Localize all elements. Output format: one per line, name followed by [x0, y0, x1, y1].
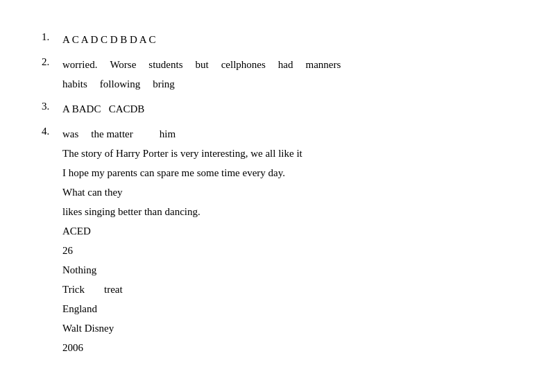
page-content: 1. A C A D C D B D A C 2. worried. Worse…	[0, 0, 555, 392]
list-item-3: 3. A BADC CACDB	[42, 101, 513, 120]
word: the matter	[91, 126, 133, 142]
list-item-2: 2. worried. Worse students but cellphone…	[42, 56, 513, 95]
item-4-line-6: ACED	[62, 223, 513, 239]
word: cellphones	[221, 56, 266, 73]
word: treat	[97, 281, 123, 298]
item-4-line-9: Trick treat	[62, 281, 513, 298]
item-content-4: was the matter him The story of Harry Po…	[62, 126, 513, 359]
list-item-1: 1. A C A D C D B D A C	[42, 31, 513, 51]
item-4-line-3: I hope my parents can spare me some time…	[62, 164, 513, 181]
item-number-1: 1.	[42, 31, 62, 43]
item-4-line-10: England	[62, 300, 513, 317]
item-4-line-5: likes singing better than dancing.	[62, 203, 513, 220]
word: Worse	[110, 56, 136, 73]
item-4-line-12: 2006	[62, 339, 513, 356]
item-2-line-1: worried. Worse students but cellphones h…	[62, 56, 513, 73]
word: manners	[306, 56, 341, 73]
word: Trick	[62, 281, 85, 298]
item-4-line-11: Walt Disney	[62, 320, 513, 336]
word: bring	[153, 76, 175, 92]
item-4-line-2: The story of Harry Porter is very intere…	[62, 145, 513, 162]
item-1-line-1: A C A D C D B D A C	[62, 31, 513, 48]
word: had	[278, 56, 293, 73]
item-content-3: A BADC CACDB	[62, 101, 513, 120]
item-3-line-1: A BADC CACDB	[62, 101, 513, 117]
word: him	[146, 126, 176, 142]
item-4-line-4: What can they	[62, 184, 513, 201]
item-number-3: 3.	[42, 101, 62, 112]
word: worried.	[62, 56, 97, 73]
item-number-4: 4.	[42, 126, 62, 137]
word: following	[100, 76, 140, 92]
word: habits	[62, 76, 87, 92]
item-4-line-7: 26	[62, 242, 513, 259]
word: but	[196, 56, 209, 73]
item-4-line-8: Nothing	[62, 262, 513, 278]
word: was	[62, 126, 78, 142]
list-item-4: 4. was the matter him The story of Harry…	[42, 126, 513, 359]
item-content-2: worried. Worse students but cellphones h…	[62, 56, 513, 95]
word: students	[148, 56, 182, 73]
item-4-line-1: was the matter him	[62, 126, 513, 142]
item-content-1: A C A D C D B D A C	[62, 31, 513, 51]
item-number-2: 2.	[42, 56, 62, 68]
item-2-line-2: habits following bring	[62, 76, 513, 92]
